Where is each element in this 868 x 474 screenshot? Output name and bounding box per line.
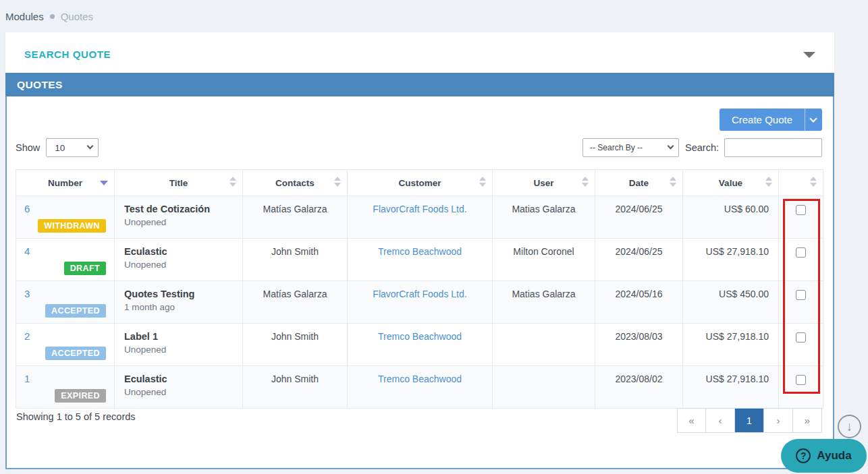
- status-badge: DRAFT: [64, 262, 106, 275]
- quote-value: US$ 27,918.10: [683, 239, 779, 281]
- quote-title: Label 1: [124, 331, 237, 342]
- column-header-customer[interactable]: Customer: [348, 170, 493, 196]
- records-summary: Showing 1 to 5 of 5 records: [16, 411, 136, 422]
- scroll-down-button[interactable]: ↓: [838, 415, 861, 438]
- pagination: « ‹ 1 › »: [677, 408, 822, 433]
- search-by-select[interactable]: -- Search By --: [582, 138, 679, 157]
- arrow-down-icon: ↓: [846, 419, 853, 434]
- quote-date: 2023/08/02: [595, 366, 683, 409]
- quote-user: Milton Coronel: [493, 239, 595, 281]
- quote-value: US$ 60.00: [683, 196, 779, 239]
- column-header-user[interactable]: User: [493, 170, 595, 196]
- quote-date: 2024/06/25: [595, 239, 683, 281]
- create-quote-dropdown-button[interactable]: [805, 109, 822, 131]
- sort-icon: [334, 177, 341, 187]
- quote-open-status: Unopened: [124, 260, 237, 270]
- table-row: 3ACCEPTED Quotes Testing1 month ago Matí…: [16, 281, 823, 324]
- table-row: 1EXPIRED EculasticUnopened John Smith Tr…: [16, 366, 823, 409]
- quote-contact: John Smith: [243, 324, 348, 366]
- sort-icon: [479, 177, 486, 187]
- pagination-prev-button[interactable]: ‹: [706, 408, 735, 433]
- create-quote-button[interactable]: Create Quote: [720, 109, 805, 131]
- quotes-panel-title: QUOTES: [5, 73, 834, 96]
- pagination-page-1-button[interactable]: 1: [735, 408, 764, 433]
- customer-link[interactable]: FlavorCraft Foods Ltd.: [373, 204, 466, 214]
- row-checkbox[interactable]: [796, 205, 806, 215]
- table-row: 6WITHDRAWN Test de CotizaciónUnopened Ma…: [16, 196, 823, 239]
- status-badge: ACCEPTED: [45, 304, 106, 318]
- column-header-number[interactable]: Number: [16, 170, 115, 196]
- customer-link[interactable]: FlavorCraft Foods Ltd.: [373, 289, 466, 299]
- status-badge: WITHDRAWN: [38, 219, 106, 233]
- pagination-next-button[interactable]: ›: [764, 408, 793, 433]
- search-quote-title: SEARCH QUOTE: [24, 32, 111, 76]
- customer-link[interactable]: Tremco Beachwood: [378, 331, 462, 342]
- column-header-title[interactable]: Title: [115, 170, 243, 196]
- create-quote-split-button: Create Quote: [720, 109, 822, 131]
- search-label: Search:: [685, 142, 719, 153]
- quote-user: Matias Galarza: [493, 281, 595, 324]
- quote-value: US$ 27,918.10: [683, 324, 779, 366]
- column-header-value[interactable]: Value: [683, 170, 779, 196]
- breadcrumb-quotes: Quotes: [61, 11, 93, 22]
- column-header-date[interactable]: Date: [595, 170, 683, 196]
- quotes-table: Number Title Contacts Customer User Date…: [16, 169, 823, 409]
- sort-icon: [765, 177, 772, 187]
- customer-link[interactable]: Tremco Beachwood: [378, 246, 462, 257]
- table-row: 2ACCEPTED Label 1Unopened John Smith Tre…: [16, 324, 823, 366]
- quotes-panel: QUOTES Create Quote Show 10: [5, 96, 834, 469]
- pagination-last-button[interactable]: »: [793, 408, 822, 433]
- sort-icon: [229, 177, 236, 187]
- quote-title: Quotes Testing: [124, 289, 237, 299]
- search-quote-panel: SEARCH QUOTE: [5, 32, 834, 76]
- help-button[interactable]: ? Ayuda: [781, 439, 867, 473]
- row-checkbox[interactable]: [796, 247, 806, 258]
- question-mark-icon: ?: [796, 448, 811, 463]
- sort-icon: [582, 177, 589, 187]
- column-header-contacts[interactable]: Contacts: [243, 170, 348, 196]
- chevron-down-icon: [809, 115, 817, 122]
- page-size-select[interactable]: 10: [46, 138, 99, 157]
- customer-link[interactable]: Tremco Beachwood: [378, 374, 462, 384]
- quote-contact: Matías Galarza: [243, 196, 348, 239]
- quote-value: US$ 27,918.10: [683, 366, 779, 409]
- row-checkbox[interactable]: [796, 290, 806, 300]
- quote-open-status: Unopened: [124, 387, 237, 397]
- table-controls: Show 10 -- Search By --: [7, 138, 833, 158]
- help-button-label: Ayuda: [817, 449, 851, 463]
- breadcrumb-modules-link[interactable]: Modules: [5, 11, 44, 22]
- quote-open-status: 1 month ago: [124, 302, 237, 312]
- quote-value: US$ 450.00: [683, 281, 779, 324]
- row-checkbox[interactable]: [796, 375, 806, 385]
- breadcrumb: Modules Quotes: [5, 11, 93, 22]
- quote-number-link[interactable]: 1: [24, 373, 106, 384]
- quote-contact: John Smith: [243, 239, 348, 281]
- quote-title: Eculastic: [124, 374, 237, 384]
- quote-date: 2024/05/16: [595, 281, 683, 324]
- quote-date: 2024/06/25: [595, 196, 683, 239]
- quote-user: [493, 324, 595, 366]
- column-header-select[interactable]: [779, 170, 823, 196]
- quote-user: [493, 366, 595, 409]
- quote-open-status: Unopened: [124, 345, 237, 355]
- sort-desc-icon: [100, 181, 108, 185]
- quote-number-link[interactable]: 2: [24, 330, 106, 342]
- status-badge: ACCEPTED: [45, 347, 106, 360]
- quote-title: Test de Cotización: [124, 204, 237, 214]
- quote-title: Eculastic: [124, 246, 237, 257]
- table-row: 4DRAFT EculasticUnopened John Smith Trem…: [16, 239, 823, 281]
- quote-number-link[interactable]: 6: [24, 203, 106, 214]
- quote-number-link[interactable]: 3: [24, 288, 106, 299]
- quotes-module-page: Modules Quotes SEARCH QUOTE QUOTES Creat…: [0, 0, 868, 474]
- search-input[interactable]: [724, 138, 822, 157]
- status-badge: EXPIRED: [55, 389, 106, 403]
- show-label: Show: [16, 142, 40, 153]
- quote-contact: Matías Galarza: [243, 281, 348, 324]
- table-header-row: Number Title Contacts Customer User Date…: [16, 170, 823, 196]
- quote-number-link[interactable]: 4: [24, 245, 106, 257]
- pagination-first-button[interactable]: «: [677, 408, 706, 433]
- collapse-panel-icon[interactable]: [803, 52, 815, 58]
- row-checkbox[interactable]: [796, 332, 806, 343]
- quote-date: 2023/08/03: [595, 324, 683, 366]
- quote-user: Matias Galarza: [493, 196, 595, 239]
